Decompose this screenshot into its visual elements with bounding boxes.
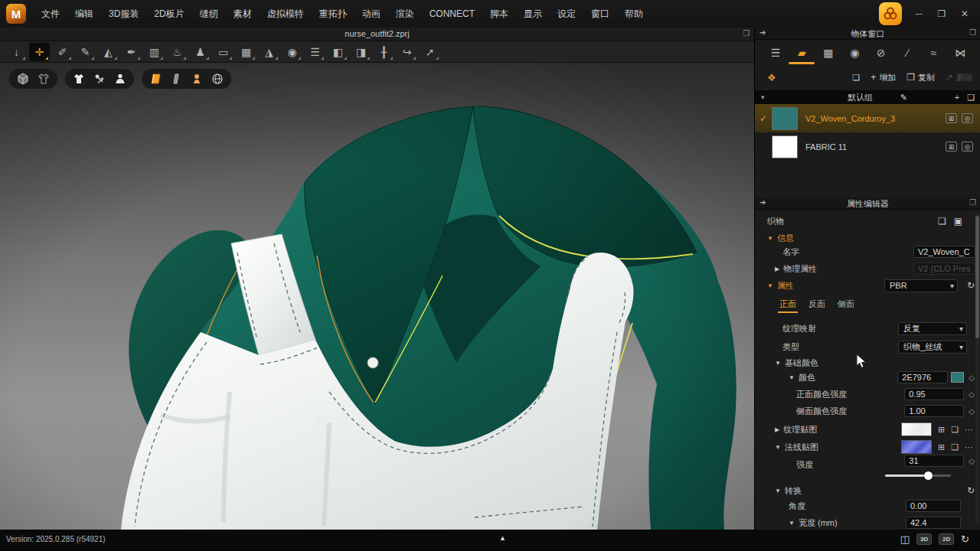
document-tab[interactable]: nurse_outfit2.zprj [0, 29, 754, 38]
normal-page-icon[interactable]: ❏ [951, 442, 959, 452]
menu-window[interactable]: 窗口 [583, 0, 617, 28]
tool-bend-icon[interactable]: ↪ [397, 43, 417, 61]
show-avatar-skin-icon[interactable] [190, 72, 204, 86]
row-physical-properties[interactable]: ▶ 物理属性 V2 (CLO Pres [755, 262, 980, 276]
rename-group-icon[interactable]: ✎ [900, 93, 907, 103]
show-pins-icon[interactable] [93, 72, 106, 86]
section-info[interactable]: ▼ 信息 [755, 231, 980, 245]
tool-select-pen-icon[interactable]: ✎ [75, 43, 96, 61]
menu-3d-garment[interactable]: 3D服装 [101, 0, 146, 28]
row-base-color[interactable]: ▼ 基础颜色 [755, 356, 980, 370]
texture-map-thumbnail[interactable] [901, 422, 932, 436]
tool-fold-arrangement-icon[interactable]: ▥ [144, 43, 165, 61]
tool-button-icon[interactable]: ◉ [282, 43, 302, 61]
tab-fabric-icon[interactable]: ▰ [792, 44, 812, 62]
tool-pin-icon[interactable]: ◭ [98, 43, 119, 61]
keyframe-diamond-icon[interactable]: ◇ [969, 457, 975, 465]
menu-help[interactable]: 帮助 [617, 0, 651, 28]
tool-avatar-tool-icon[interactable]: ♟ [190, 43, 211, 61]
view-style-garment-icon[interactable] [37, 72, 51, 86]
tab-button-icon[interactable]: ◉ [844, 44, 864, 62]
tool-flatten-icon[interactable]: ◮ [259, 43, 279, 61]
menu-material[interactable]: 素材 [226, 0, 260, 28]
name-input[interactable]: V2_Woven_C [913, 246, 975, 258]
type-select[interactable]: 织物_丝绒 [898, 341, 967, 354]
menu-2d-pattern[interactable]: 2D板片 [146, 0, 191, 28]
close-button[interactable]: ✕ [959, 8, 971, 19]
shader-select[interactable]: PBR [884, 279, 958, 292]
object-window-float-icon[interactable]: ❐ [969, 28, 976, 37]
texture-grid-icon[interactable]: ⊞ [938, 425, 945, 435]
menu-settings[interactable]: 设定 [550, 0, 583, 28]
menu-render[interactable]: 渲染 [388, 0, 422, 28]
menu-connect[interactable]: CONNECT [422, 0, 482, 28]
tool-fold-left-icon[interactable]: ◧ [328, 43, 348, 61]
scrollbar-thumb[interactable] [975, 216, 979, 338]
show-fabric-side-icon[interactable] [169, 72, 183, 86]
group-folder-icon[interactable]: ❏ [967, 93, 975, 103]
tab-graphic-icon[interactable]: ▦ [818, 44, 838, 62]
fabric-swatch[interactable] [772, 135, 798, 158]
strength-slider-handle[interactable] [924, 471, 933, 480]
refresh-shader-icon[interactable]: ↻ [967, 280, 975, 291]
group-add-icon[interactable]: + [955, 93, 959, 103]
keyframe-diamond-icon[interactable]: ◇ [969, 407, 975, 416]
row-transform[interactable]: ▼ 转换 ↻ [755, 484, 980, 497]
fabric-group-bar[interactable]: ▾ 默认组 ✎ + ❏ [755, 90, 980, 104]
texture-more-icon[interactable]: ⋯ [965, 425, 973, 435]
collapse-group-icon[interactable]: ▾ [761, 93, 765, 101]
show-world-icon[interactable] [211, 72, 224, 86]
texture-mapping-select[interactable]: 反复 [898, 322, 967, 335]
normal-map-thumbnail[interactable] [901, 440, 932, 454]
menu-script[interactable]: 脚本 [482, 0, 516, 28]
row-color[interactable]: ▼ 颜色 2E7976 ◇ [755, 370, 980, 384]
menu-animation[interactable]: 动画 [354, 0, 388, 28]
expand-panel-icon[interactable]: ▲ [499, 534, 506, 542]
property-editor-float-icon[interactable]: ❐ [969, 198, 976, 207]
tab-puckering-icon[interactable]: ≈ [924, 44, 944, 62]
tool-arrangement-board-icon[interactable]: ▦ [236, 43, 256, 61]
reset-transform-icon[interactable]: ↻ [967, 485, 975, 496]
fabric-item-fabric-11[interactable]: FABRIC 11 ⊞ ◎ [755, 132, 980, 161]
show-fabric-front-icon[interactable] [149, 72, 162, 86]
split-view-icon[interactable]: ◫ [900, 533, 910, 545]
show-garment-icon[interactable] [72, 72, 86, 86]
menu-file[interactable]: 文件 [34, 0, 67, 28]
normal-grid-icon[interactable]: ⊞ [938, 442, 945, 452]
fabric-target-icon[interactable]: ◎ [962, 142, 973, 152]
tool-move-icon[interactable]: ✛ [29, 43, 50, 61]
tab-side[interactable]: 侧面 [838, 298, 854, 310]
strength-slider[interactable] [885, 474, 951, 477]
fabric-grid-icon[interactable]: ⊞ [946, 113, 957, 123]
normal-more-icon[interactable]: ⋯ [965, 442, 973, 452]
delete-fabric-button[interactable]: ↗ 删除 [946, 72, 973, 83]
color-swatch[interactable] [951, 372, 964, 383]
tool-pin-legs-icon[interactable]: ╂ [374, 43, 394, 61]
view-2d-button[interactable]: 2D [939, 533, 954, 545]
tool-pose-icon[interactable]: ➚ [420, 43, 440, 61]
width-input[interactable]: 42.4 [906, 517, 961, 529]
library-folder-icon[interactable]: ❏ [852, 73, 860, 83]
tab-buttonhole-icon[interactable]: ⊘ [871, 44, 891, 62]
fabric-target-icon[interactable]: ◎ [962, 113, 973, 123]
section-property[interactable]: ▼ 属性 PBR ↻ [755, 279, 980, 292]
tool-sewing-machine-icon[interactable]: ▭ [213, 43, 234, 61]
open-preset-icon[interactable]: ❏ [938, 216, 946, 227]
tool-zipper-icon[interactable]: ☰ [305, 43, 325, 61]
row-texture-map[interactable]: ▶ 纹理贴图 ⊞ ❏ ⋯ [755, 421, 980, 438]
texture-page-icon[interactable]: ❏ [951, 425, 959, 435]
menu-sewing[interactable]: 缝纫 [192, 0, 226, 28]
viewport-3d[interactable] [0, 63, 754, 530]
minimize-button[interactable]: ─ [913, 8, 925, 19]
menu-display[interactable]: 显示 [516, 0, 550, 28]
row-width[interactable]: ▼ 宽度 (mm) 42.4 [755, 516, 980, 530]
menu-retopology[interactable]: 重拓扑 [312, 0, 354, 28]
keyframe-diamond-icon[interactable]: ◇ [969, 373, 975, 382]
fabric-swatch[interactable] [772, 107, 798, 130]
clo-brand-icon[interactable] [879, 2, 902, 25]
sync-view-icon[interactable]: ↻ [961, 533, 969, 545]
color-hex-input[interactable]: 2E7976 [897, 371, 948, 383]
tab-scene-list-icon[interactable]: ☰ [766, 44, 786, 62]
row-normal-map[interactable]: ▼ 法线贴图 ⊞ ❏ ⋯ [755, 439, 980, 455]
show-avatar-icon[interactable] [113, 72, 127, 86]
